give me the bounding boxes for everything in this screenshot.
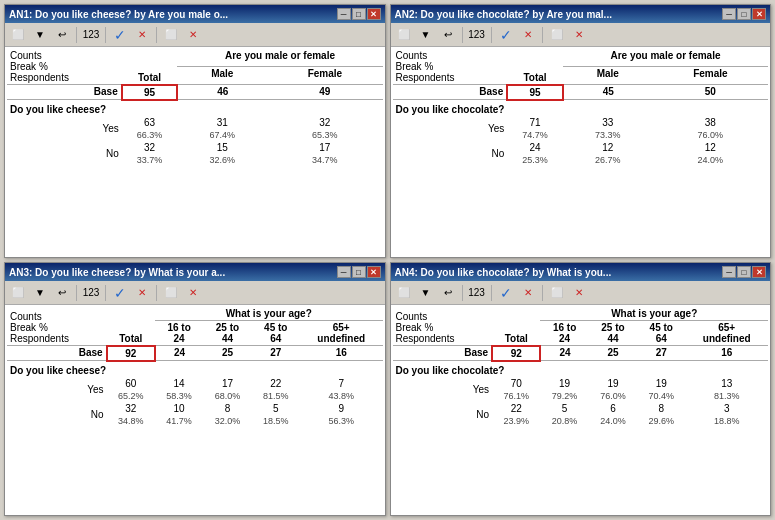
data-row-an1-0: Yes633132 [7,116,383,129]
count-val-an4-0-1: 19 [540,377,588,390]
question-header-an2: Do you like chocolate? [393,100,769,116]
sep3 [156,27,157,43]
undo-icon[interactable]: ↩ [52,284,72,302]
close-btn-an2[interactable]: ✕ [752,8,766,20]
title-text-an2: AN2: Do you like chocolate? by Are you m… [395,9,723,20]
breakdown-header-an4: What is your age? [540,307,768,321]
col-header-an1-1: Male [177,66,267,84]
x-icon[interactable]: ✕ [132,26,152,44]
filter-icon[interactable]: ▼ [30,284,50,302]
close-btn-an3[interactable]: ✕ [367,266,381,278]
format-icon[interactable]: 123 [467,26,487,44]
base-val-an2-0: 95 [507,85,563,100]
base-val-an3-3: 27 [252,346,300,361]
col-header-an2-2: Female [653,66,768,84]
check-icon[interactable]: ✓ [496,284,516,302]
col-header-an3-4: 65+undefined [300,321,383,346]
minimize-btn-an1[interactable]: ─ [337,8,351,20]
base-val-an1-2: 49 [267,85,382,100]
sep3 [542,285,543,301]
sep3 [156,285,157,301]
count-val-an3-1-3: 5 [252,402,300,415]
undo-icon[interactable]: ↩ [52,26,72,44]
copy-icon[interactable]: ⬜ [394,284,414,302]
format-icon[interactable]: 123 [81,26,101,44]
maximize-btn-an1[interactable]: □ [352,8,366,20]
maximize-btn-an3[interactable]: □ [352,266,366,278]
count-val-an4-1-2: 6 [589,402,637,415]
table-an4: CountsBreak %RespondentsTotalWhat is you… [393,307,769,427]
print-icon[interactable]: ⬜ [161,284,181,302]
close-btn-an4[interactable]: ✕ [752,266,766,278]
pct-val-an2-1-1: 26.7% [563,154,653,166]
content-an2: CountsBreak %RespondentsTotalAre you mal… [391,47,771,257]
total-col-header-an2: Total [507,49,563,85]
pct-val-an2-1-2: 24.0% [653,154,768,166]
window-an2: AN2: Do you like chocolate? by Are you m… [390,4,772,258]
count-val-an1-0-2: 32 [267,116,382,129]
minimize-btn-an3[interactable]: ─ [337,266,351,278]
window-an4: AN4: Do you like chocolate? by What is y… [390,262,772,516]
title-text-an3: AN3: Do you like cheese? by What is your… [9,267,337,278]
print-icon[interactable]: ⬜ [547,284,567,302]
sep3 [542,27,543,43]
col-header-an4-3: 45 to64 [637,321,685,346]
count-val-an4-1-1: 5 [540,402,588,415]
copy-icon[interactable]: ⬜ [394,26,414,44]
check-icon[interactable]: ✓ [496,26,516,44]
pct-val-an4-1-0: 23.9% [492,415,540,427]
data-row-an4-1: No225683 [393,402,769,415]
table-an2: CountsBreak %RespondentsTotalAre you mal… [393,49,769,166]
x-icon[interactable]: ✕ [518,284,538,302]
meta-cell-an2: CountsBreak %Respondents [393,49,508,85]
count-val-an4-0-0: 70 [492,377,540,390]
col-header-an4-4: 65+undefined [685,321,768,346]
check-icon[interactable]: ✓ [110,26,130,44]
clear-icon[interactable]: ✕ [183,26,203,44]
content-an4: CountsBreak %RespondentsTotalWhat is you… [391,305,771,515]
count-val-an1-1-1: 15 [177,141,267,154]
total-col-header-an1: Total [122,49,178,85]
row-label-an3-1: No [7,402,107,427]
pct-val-an3-0-2: 68.0% [203,390,251,402]
copy-icon[interactable]: ⬜ [8,26,28,44]
base-row-an3: Base9224252716 [7,346,383,361]
x-icon[interactable]: ✕ [518,26,538,44]
pct-val-an1-0-0: 66.3% [122,129,178,141]
data-row-an3-0: Yes601417227 [7,377,383,390]
base-val-an1-0: 95 [122,85,178,100]
maximize-btn-an4[interactable]: □ [737,266,751,278]
base-label-an3: Base [7,346,107,361]
x-icon[interactable]: ✕ [132,284,152,302]
print-icon[interactable]: ⬜ [161,26,181,44]
sep1 [76,27,77,43]
col-header-an3-3: 45 to64 [252,321,300,346]
filter-icon[interactable]: ▼ [30,26,50,44]
clear-icon[interactable]: ✕ [183,284,203,302]
copy-icon[interactable]: ⬜ [8,284,28,302]
print-icon[interactable]: ⬜ [547,26,567,44]
toolbar-an2: ⬜▼↩123✓✕⬜✕ [391,23,771,47]
base-label-an4: Base [393,346,493,361]
clear-icon[interactable]: ✕ [569,284,589,302]
format-icon[interactable]: 123 [467,284,487,302]
minimize-btn-an4[interactable]: ─ [722,266,736,278]
minimize-btn-an2[interactable]: ─ [722,8,736,20]
filter-icon[interactable]: ▼ [416,26,436,44]
close-btn-an1[interactable]: ✕ [367,8,381,20]
format-icon[interactable]: 123 [81,284,101,302]
sep2 [491,27,492,43]
clear-icon[interactable]: ✕ [569,26,589,44]
meta-cell-an3: CountsBreak %Respondents [7,307,107,346]
check-icon[interactable]: ✓ [110,284,130,302]
count-val-an3-0-3: 22 [252,377,300,390]
undo-icon[interactable]: ↩ [438,284,458,302]
count-val-an2-0-1: 33 [563,116,653,129]
count-val-an4-1-4: 3 [685,402,768,415]
col-header-an1-2: Female [267,66,382,84]
row-label-an4-1: No [393,402,493,427]
row-label-an2-0: Yes [393,116,508,141]
undo-icon[interactable]: ↩ [438,26,458,44]
maximize-btn-an2[interactable]: □ [737,8,751,20]
filter-icon[interactable]: ▼ [416,284,436,302]
